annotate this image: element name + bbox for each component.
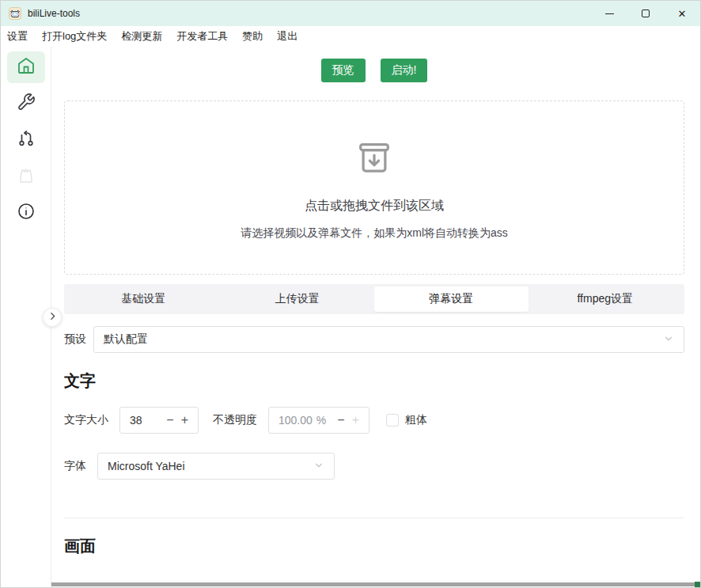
- menu-item-sponsor[interactable]: 赞助: [242, 29, 263, 44]
- toolbar: 预览 启动!: [64, 59, 684, 82]
- sidebar-expand-button[interactable]: [43, 308, 62, 327]
- menu-item-settings[interactable]: 设置: [7, 29, 28, 44]
- resize-grip[interactable]: [695, 582, 700, 587]
- menu-item-open-log-folder[interactable]: 打开log文件夹: [42, 29, 107, 44]
- bold-label: 粗体: [405, 413, 427, 427]
- chevron-down-icon: [313, 460, 324, 473]
- dropzone-title: 点击或拖拽文件到该区域: [305, 198, 444, 214]
- bold-checkbox[interactable]: [386, 414, 399, 427]
- app-icon: [9, 7, 21, 20]
- sidebar-item-clip[interactable]: [7, 161, 45, 192]
- font-row: 字体 Microsoft YaHei: [64, 453, 684, 480]
- section-divider: [64, 518, 684, 518]
- clip-icon: [17, 165, 36, 188]
- close-icon: ✕: [678, 9, 687, 19]
- settings-tabs: 基础设置 上传设置 弹幕设置 ffmpeg设置: [64, 284, 684, 314]
- main-content: 预览 启动! 点击或拖拽文件到该区域 请选择视频以及弹幕文件，如果为xml将自动…: [51, 47, 700, 587]
- minimize-button[interactable]: [591, 1, 627, 26]
- font-size-increment-button[interactable]: +: [181, 414, 188, 427]
- home-icon: [17, 56, 36, 78]
- sidebar-item-home[interactable]: [7, 51, 45, 83]
- tab-danmaku-settings[interactable]: 弹幕设置: [374, 286, 529, 312]
- preset-label: 预设: [64, 332, 86, 347]
- section-title-canvas: 画面: [64, 536, 684, 557]
- opacity-label: 不透明度: [213, 413, 257, 427]
- sidebar-item-sync[interactable]: [7, 124, 45, 156]
- window-controls: ✕: [591, 1, 700, 26]
- pull-request-icon: [17, 129, 36, 151]
- app-body: 预览 启动! 点击或拖拽文件到该区域 请选择视频以及弹幕文件，如果为xml将自动…: [1, 47, 700, 587]
- tab-upload-settings[interactable]: 上传设置: [221, 286, 375, 312]
- font-label: 字体: [64, 459, 86, 473]
- font-size-decrement-button[interactable]: −: [166, 414, 173, 427]
- sidebar-item-about[interactable]: [7, 197, 45, 229]
- font-select[interactable]: Microsoft YaHei: [97, 453, 335, 480]
- preview-button[interactable]: 预览: [321, 59, 366, 82]
- close-button[interactable]: ✕: [664, 1, 700, 26]
- opacity-decrement-button[interactable]: −: [337, 414, 344, 427]
- chevron-down-icon: [663, 333, 674, 347]
- app-window: biliLive-tools ✕ 设置 打开log文件夹 检测更新 开发者工具 …: [0, 0, 701, 588]
- dropzone-subtitle: 请选择视频以及弹幕文件，如果为xml将自动转换为ass: [241, 226, 508, 241]
- font-size-input[interactable]: 38 − +: [119, 407, 199, 434]
- opacity-input[interactable]: 100.00 % − +: [268, 407, 369, 434]
- menubar: 设置 打开log文件夹 检测更新 开发者工具 赞助 退出: [1, 26, 700, 47]
- titlebar: biliLive-tools ✕: [1, 1, 700, 26]
- info-icon: [17, 202, 36, 224]
- menu-item-check-update[interactable]: 检测更新: [121, 29, 162, 44]
- maximize-button[interactable]: [627, 1, 664, 26]
- inbox-archive-icon: [354, 138, 395, 179]
- start-button[interactable]: 启动!: [381, 59, 428, 82]
- section-title-text: 文字: [64, 370, 684, 392]
- maximize-icon: [642, 9, 650, 17]
- menu-item-devtools[interactable]: 开发者工具: [176, 29, 228, 44]
- horizontal-scrollbar[interactable]: [51, 582, 695, 586]
- tab-ffmpeg-settings[interactable]: ffmpeg设置: [529, 286, 683, 312]
- tab-basic-settings[interactable]: 基础设置: [66, 286, 221, 312]
- preset-select[interactable]: 默认配置: [93, 326, 684, 353]
- file-dropzone[interactable]: 点击或拖拽文件到该区域 请选择视频以及弹幕文件，如果为xml将自动转换为ass: [64, 101, 684, 275]
- bold-checkbox-wrap[interactable]: 粗体: [386, 413, 427, 427]
- menu-item-exit[interactable]: 退出: [277, 29, 297, 44]
- text-controls-row: 文字大小 38 − + 不透明度 100.00 % − + 粗体: [64, 407, 684, 434]
- preset-row: 预设 默认配置: [64, 326, 684, 353]
- opacity-increment-button[interactable]: +: [352, 414, 359, 427]
- font-size-label: 文字大小: [64, 413, 108, 427]
- minimize-icon: [605, 13, 614, 14]
- wrench-icon: [17, 93, 36, 115]
- chevron-right-icon: [47, 311, 58, 324]
- window-title: biliLive-tools: [28, 8, 80, 19]
- sidebar-item-tools[interactable]: [7, 88, 45, 119]
